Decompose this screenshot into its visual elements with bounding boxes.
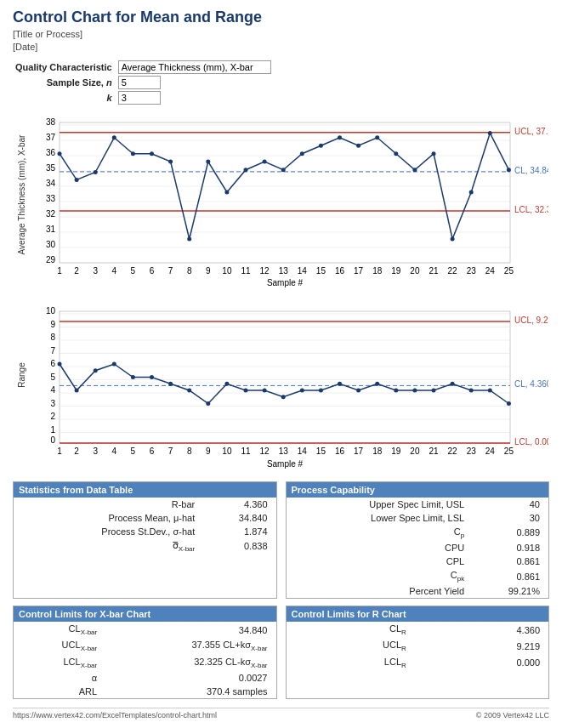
cap-value: 0.918 bbox=[469, 541, 548, 555]
svg-text:8: 8 bbox=[50, 333, 55, 342]
svg-text:22: 22 bbox=[448, 266, 458, 276]
limit-label: UCLX-bar bbox=[14, 638, 102, 654]
svg-text:9: 9 bbox=[206, 446, 211, 456]
stat-label: σ̅X-bar bbox=[14, 538, 200, 555]
svg-text:31: 31 bbox=[46, 225, 56, 234]
svg-point-104 bbox=[112, 361, 116, 366]
svg-text:7: 7 bbox=[168, 446, 173, 456]
table-row: α 0.0027 bbox=[14, 671, 276, 685]
cap-label: Upper Spec Limit, USL bbox=[287, 498, 470, 511]
svg-point-40 bbox=[356, 144, 360, 148]
svg-point-121 bbox=[432, 388, 436, 392]
svg-text:6: 6 bbox=[150, 266, 155, 276]
svg-text:18: 18 bbox=[372, 446, 383, 456]
svg-text:2: 2 bbox=[74, 446, 79, 456]
svg-text:35: 35 bbox=[46, 163, 56, 173]
svg-text:1: 1 bbox=[50, 424, 55, 434]
svg-point-32 bbox=[206, 159, 210, 163]
stat-value: 1.874 bbox=[200, 525, 275, 538]
svg-rect-74 bbox=[60, 311, 510, 443]
cap-value: 30 bbox=[469, 511, 548, 525]
svg-text:10: 10 bbox=[46, 306, 56, 316]
svg-point-107 bbox=[168, 382, 173, 386]
page-title: Control Chart for Mean and Range bbox=[13, 9, 549, 26]
table-row: Lower Spec Limit, LSL 30 bbox=[287, 511, 549, 525]
svg-text:11: 11 bbox=[241, 446, 251, 456]
svg-text:9: 9 bbox=[50, 319, 55, 328]
svg-text:9: 9 bbox=[206, 266, 211, 276]
limit-value: 0.000 bbox=[412, 655, 548, 671]
svg-point-31 bbox=[187, 236, 191, 241]
svg-text:7: 7 bbox=[50, 345, 55, 355]
table-row: σ̅X-bar 0.838 bbox=[14, 538, 276, 555]
stats-table: R-bar 4.360 Process Mean, μ-hat 34.840 P… bbox=[14, 498, 276, 555]
range-chart: Range 10 9 8 7 6 5 4 3 2 1 0 UCL, 9.219 … bbox=[13, 303, 548, 473]
svg-point-26 bbox=[94, 170, 98, 174]
cap-value: 0.889 bbox=[469, 525, 548, 541]
svg-text:4: 4 bbox=[112, 446, 117, 456]
svg-point-116 bbox=[338, 382, 342, 386]
limit-label: CLX-bar bbox=[14, 622, 102, 638]
svg-text:3: 3 bbox=[93, 266, 98, 276]
footer-right: © 2009 Vertex42 LLC bbox=[476, 711, 549, 719]
k-input[interactable] bbox=[118, 91, 161, 105]
svg-text:5: 5 bbox=[131, 266, 136, 276]
range-ucl-label: UCL, 9.219 bbox=[514, 316, 548, 325]
svg-text:13: 13 bbox=[279, 266, 289, 276]
xbar-yaxis-label: Average Thickness (mm), X-bar bbox=[17, 134, 26, 254]
svg-point-34 bbox=[244, 168, 248, 172]
svg-text:4: 4 bbox=[112, 266, 117, 276]
svg-text:10: 10 bbox=[222, 266, 232, 276]
stat-value: 34.840 bbox=[200, 511, 275, 525]
svg-text:5: 5 bbox=[50, 372, 55, 381]
svg-point-30 bbox=[168, 159, 173, 163]
svg-text:1: 1 bbox=[57, 266, 62, 276]
svg-text:25: 25 bbox=[504, 266, 514, 276]
limit-value: 370.4 samples bbox=[102, 685, 275, 698]
table-row: Process Mean, μ-hat 34.840 bbox=[14, 511, 276, 525]
svg-point-47 bbox=[488, 131, 492, 135]
svg-point-109 bbox=[206, 401, 210, 406]
sample-size-input[interactable] bbox=[118, 76, 161, 89]
svg-text:20: 20 bbox=[410, 266, 420, 276]
svg-point-35 bbox=[263, 159, 267, 163]
svg-point-105 bbox=[131, 375, 135, 379]
xbar-limits-table: CLX-bar 34.840 UCLX-bar 37.355 CL+kσX-ba… bbox=[14, 622, 276, 698]
svg-point-46 bbox=[469, 190, 474, 194]
stat-value: 0.838 bbox=[200, 538, 275, 555]
limit-label: LCLR bbox=[287, 655, 412, 671]
quality-characteristic-input[interactable] bbox=[118, 60, 271, 74]
bottom-stats-section: Statistics from Data Table R-bar 4.360 P… bbox=[13, 481, 549, 599]
svg-point-123 bbox=[469, 388, 474, 392]
svg-text:2: 2 bbox=[50, 412, 55, 421]
footer: https://www.vertex42.com/ExcelTemplates/… bbox=[13, 708, 549, 719]
svg-point-125 bbox=[507, 401, 511, 406]
svg-point-110 bbox=[224, 382, 229, 386]
svg-point-119 bbox=[394, 388, 398, 392]
stats-header: Statistics from Data Table bbox=[14, 482, 276, 498]
table-row: Process St.Dev., σ-hat 1.874 bbox=[14, 525, 276, 538]
svg-text:23: 23 bbox=[467, 446, 477, 456]
svg-point-111 bbox=[244, 388, 248, 392]
limit-value: 32.325 CL-kσX-bar bbox=[102, 655, 275, 671]
svg-point-117 bbox=[356, 388, 360, 392]
svg-text:24: 24 bbox=[485, 266, 496, 276]
table-row: CPL 0.861 bbox=[287, 555, 549, 568]
sample-size-label: Sample Size, n bbox=[13, 75, 116, 90]
svg-point-103 bbox=[94, 368, 98, 373]
svg-text:12: 12 bbox=[260, 446, 270, 456]
table-row: CLR 4.360 bbox=[287, 622, 549, 638]
stat-label: Process St.Dev., σ-hat bbox=[14, 525, 200, 538]
svg-point-38 bbox=[319, 144, 323, 148]
table-row: Percent Yield 99.21% bbox=[287, 584, 549, 598]
table-row: CLX-bar 34.840 bbox=[14, 622, 276, 638]
svg-text:36: 36 bbox=[46, 148, 56, 157]
cap-label: Percent Yield bbox=[287, 584, 470, 598]
svg-point-45 bbox=[451, 236, 455, 241]
footer-left: https://www.vertex42.com/ExcelTemplates/… bbox=[13, 711, 217, 719]
r-limits-header: Control Limits for R Chart bbox=[287, 606, 549, 622]
cap-value: 0.861 bbox=[469, 555, 548, 568]
svg-text:22: 22 bbox=[448, 446, 458, 456]
svg-text:11: 11 bbox=[241, 266, 251, 276]
table-row: Cp 0.889 bbox=[287, 525, 549, 541]
